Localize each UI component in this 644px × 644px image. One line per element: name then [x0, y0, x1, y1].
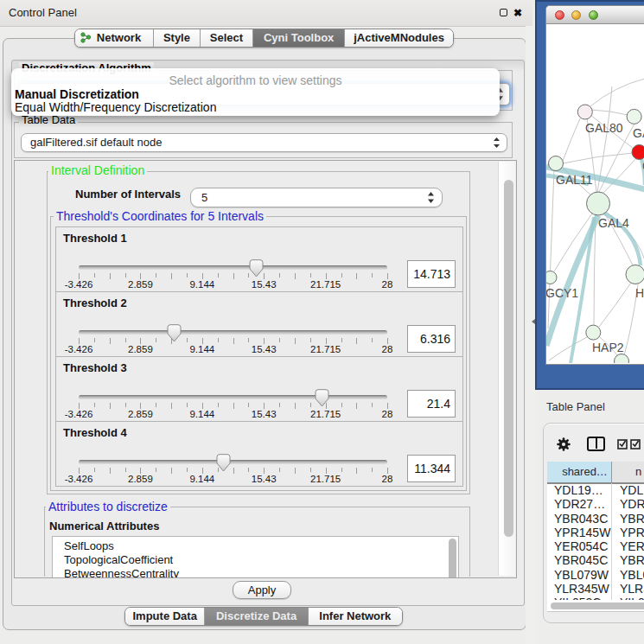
svg-text:GAL80: GAL80	[585, 121, 623, 135]
svg-text:GAL4: GAL4	[598, 216, 629, 230]
svg-text:HAP2: HAP2	[592, 341, 624, 354]
svg-text:GA: GA	[633, 126, 644, 140]
svg-text:GCY1: GCY1	[546, 286, 578, 300]
svg-text:H: H	[635, 286, 644, 300]
svg-text:GAL11: GAL11	[556, 173, 593, 187]
